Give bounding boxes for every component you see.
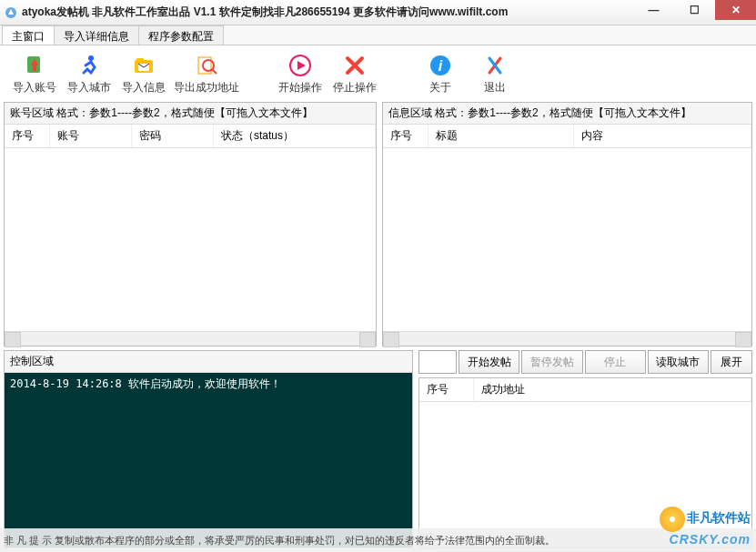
start-button[interactable]: 开始操作 (275, 51, 326, 96)
svg-point-3 (88, 55, 94, 61)
svg-point-15 (670, 517, 675, 522)
expand-button[interactable]: 展开 (711, 350, 752, 374)
close-button[interactable]: ✕ (715, 0, 756, 20)
exit-button[interactable]: 退出 (469, 51, 520, 96)
lower-panels: 控制区域 2014-8-19 14:26:8 软件启动成功，欢迎使用软件！ 开始… (4, 350, 752, 548)
account-panel: 账号区域 格式：参数1----参数2，格式随便【可拖入文本文件】 序号 账号 密… (4, 102, 377, 346)
import-info-button[interactable]: 导入信息 (118, 51, 169, 96)
info-panel: 信息区域 格式：参数1----参数2，格式随便【可拖入文本文件】 序号 标题 内… (382, 102, 752, 346)
info-icon: i (428, 53, 453, 78)
import-account-button[interactable]: 导入账号 (9, 51, 60, 96)
magnifier-icon (194, 53, 219, 78)
footer-text: 非 凡 提 示 复制或散布本程序的部分或全部，将承受严厉的民事和刑事处罚，对已知… (0, 528, 756, 552)
info-table-header: 序号 标题 内容 (383, 125, 751, 148)
maximize-button[interactable]: ☐ (674, 0, 715, 20)
play-icon (287, 53, 313, 78)
info-panel-title: 信息区域 格式：参数1----参数2，格式随便【可拖入文本文件】 (383, 103, 751, 125)
start-post-button[interactable]: 开始发帖 (459, 350, 519, 374)
account-table-header: 序号 账号 密码 状态（status） (5, 125, 376, 148)
result-table-header: 序号 成功地址 (419, 378, 751, 402)
col-account[interactable]: 账号 (50, 125, 132, 147)
svg-text:i: i (438, 58, 443, 74)
minimize-button[interactable]: — (633, 0, 674, 20)
read-city-button[interactable]: 读取城市 (648, 350, 709, 374)
account-panel-title: 账号区域 格式：参数1----参数2，格式随便【可拖入文本文件】 (5, 103, 376, 125)
action-buttons-row: 开始发帖 暂停发帖 停止 读取城市 展开 (418, 350, 752, 374)
stop-post-button[interactable]: 停止 (585, 350, 646, 374)
tab-import-detail[interactable]: 导入详细信息 (54, 25, 139, 45)
control-panel: 控制区域 2014-8-19 14:26:8 软件启动成功，欢迎使用软件！ (4, 350, 413, 548)
app-icon (4, 5, 18, 20)
import-account-icon (22, 53, 47, 78)
col-success-url[interactable]: 成功地址 (474, 378, 751, 401)
import-city-button[interactable]: 导入城市 (64, 51, 115, 96)
console-log[interactable]: 2014-8-19 14:26:8 软件启动成功，欢迎使用软件！ (5, 373, 412, 547)
svg-rect-2 (33, 65, 36, 71)
cross-icon (342, 53, 368, 78)
tab-main[interactable]: 主窗口 (2, 25, 55, 45)
exit-icon (482, 53, 508, 78)
stop-button[interactable]: 停止操作 (329, 51, 380, 96)
account-table-body[interactable] (5, 148, 376, 331)
pause-post-button[interactable]: 暂停发帖 (521, 350, 582, 374)
col-index[interactable]: 序号 (383, 125, 428, 147)
info-table-body[interactable] (383, 148, 751, 331)
thread-input[interactable] (418, 350, 457, 374)
titlebar: atyoka发帖机 非凡软件工作室出品 V1.1 软件定制找非凡28665519… (0, 0, 756, 25)
watermark-icon (660, 507, 685, 532)
tab-bar: 主窗口 导入详细信息 程序参数配置 (0, 25, 756, 45)
col-title[interactable]: 标题 (428, 125, 574, 147)
info-scrollbar[interactable] (383, 331, 751, 346)
folder-mail-icon (131, 53, 156, 78)
running-person-icon (76, 53, 102, 78)
svg-rect-5 (136, 58, 144, 62)
svg-line-9 (212, 69, 217, 74)
export-success-button[interactable]: 导出成功地址 (173, 51, 240, 96)
col-index[interactable]: 序号 (5, 125, 50, 147)
window-controls: — ☐ ✕ (633, 0, 756, 20)
col-content[interactable]: 内容 (574, 125, 751, 147)
upper-panels: 账号区域 格式：参数1----参数2，格式随便【可拖入文本文件】 序号 账号 密… (4, 102, 752, 346)
account-scrollbar[interactable] (5, 331, 376, 346)
col-password[interactable]: 密码 (132, 125, 214, 147)
col-index[interactable]: 序号 (419, 378, 474, 401)
about-button[interactable]: i 关于 (415, 51, 466, 96)
control-panel-title: 控制区域 (5, 351, 412, 373)
col-status[interactable]: 状态（status） (214, 125, 376, 147)
content-area: 导入账号 导入城市 导入信息 导出成功地址 开始操作 停止操作 i 关于 (0, 45, 756, 552)
watermark: 非凡软件站 CRSKY.com (660, 507, 751, 547)
toolbar: 导入账号 导入城市 导入信息 导出成功地址 开始操作 停止操作 i 关于 (4, 49, 752, 98)
tab-config[interactable]: 程序参数配置 (138, 25, 224, 45)
